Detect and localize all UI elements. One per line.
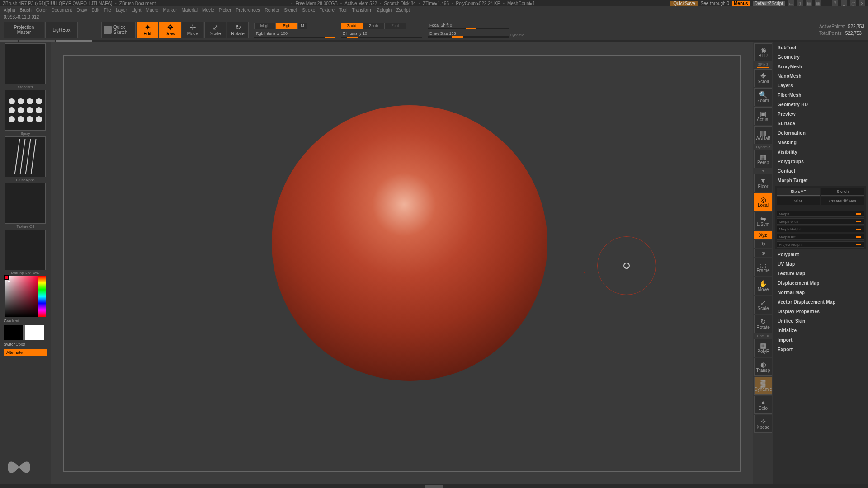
menu-color[interactable]: Color bbox=[36, 8, 47, 13]
lightbox-button[interactable]: LightBox bbox=[45, 22, 78, 38]
minimize-icon[interactable]: _ bbox=[841, 0, 847, 6]
menu-brush[interactable]: Brush bbox=[20, 8, 32, 13]
draw-size-slider[interactable]: Draw Size 136 bbox=[428, 30, 509, 36]
scale-mode-button[interactable]: ⤢Scale bbox=[204, 22, 226, 38]
zsub-button[interactable]: Zsub bbox=[363, 23, 384, 29]
section-uvmap[interactable]: UV Map bbox=[775, 260, 866, 268]
section-nanomesh[interactable]: NanoMesh bbox=[775, 72, 866, 80]
menu-alpha[interactable]: Alpha bbox=[4, 8, 15, 13]
see-through-slider[interactable]: See-through 0 bbox=[701, 1, 729, 6]
menus-toggle[interactable]: Menus bbox=[732, 1, 750, 6]
menu-zplugin[interactable]: Zplugin bbox=[377, 8, 392, 13]
dynamic-label[interactable]: Dynamic bbox=[510, 33, 524, 37]
section-initialize[interactable]: Initialize bbox=[775, 326, 866, 335]
section-visibility[interactable]: Visibility bbox=[775, 148, 866, 156]
alpha-swatch[interactable] bbox=[5, 136, 46, 177]
rot-mode-button[interactable]: ↻ bbox=[754, 240, 772, 248]
section-layers[interactable]: Layers bbox=[775, 81, 866, 90]
section-import[interactable]: Import bbox=[775, 336, 866, 344]
scroll-button[interactable]: ✥Scroll bbox=[754, 69, 772, 87]
focal-shift-slider[interactable]: Focal Shift 0 bbox=[428, 22, 509, 28]
frame-button[interactable]: ⬚Frame bbox=[754, 258, 772, 276]
section-subtool[interactable]: SubTool bbox=[775, 43, 866, 52]
layout2-icon[interactable]: ▯ bbox=[797, 0, 803, 6]
rgb-intensity-slider[interactable]: Rgb Intensity 100 bbox=[254, 31, 335, 37]
del-mt-button[interactable]: DelMT bbox=[777, 197, 820, 205]
menu-layer[interactable]: Layer bbox=[116, 8, 127, 13]
store-mt-button[interactable]: StoreMT bbox=[777, 188, 820, 196]
section-polypaint[interactable]: Polypaint bbox=[775, 250, 866, 259]
m-button[interactable]: M bbox=[297, 23, 307, 29]
edit-mode-button[interactable]: ✦Edit bbox=[137, 22, 158, 38]
menu-render[interactable]: Render bbox=[265, 8, 280, 13]
move-nav-button[interactable]: ✋Move bbox=[754, 277, 772, 295]
section-contact[interactable]: Contact bbox=[775, 167, 866, 175]
morph-dist-slider[interactable]: MorphDist bbox=[777, 234, 864, 240]
brush-swatch[interactable] bbox=[5, 43, 46, 84]
rotate-mode-button[interactable]: ↻Rotate bbox=[227, 22, 249, 38]
transp-button[interactable]: ◐Transp bbox=[754, 358, 772, 376]
local-button[interactable]: ◎Local bbox=[754, 193, 772, 211]
morph-width-slider[interactable]: Morph Width bbox=[777, 218, 864, 225]
draw-mode-button[interactable]: ✥Draw bbox=[159, 22, 181, 38]
default-zscript[interactable]: DefaultZScript bbox=[753, 1, 785, 6]
floor-button[interactable]: ▼Floor bbox=[754, 174, 772, 192]
menu-transform[interactable]: Transform bbox=[352, 8, 372, 13]
project-morph-slider[interactable]: Project Morph bbox=[777, 241, 864, 248]
section-surface[interactable]: Surface bbox=[775, 119, 866, 128]
xpose-button[interactable]: ✧Xpose bbox=[754, 415, 772, 433]
section-masking[interactable]: Masking bbox=[775, 138, 866, 147]
dynamic-label[interactable]: Dynamic bbox=[756, 145, 770, 149]
menu-material[interactable]: Material bbox=[182, 8, 198, 13]
help-icon[interactable]: ? bbox=[832, 0, 838, 6]
material-swatch[interactable] bbox=[5, 230, 46, 270]
section-vdm[interactable]: Vector Displacement Map bbox=[775, 298, 866, 306]
layout4-icon[interactable]: ▦ bbox=[815, 0, 821, 6]
section-unified-skin[interactable]: Unified Skin bbox=[775, 317, 866, 325]
creatediff-button[interactable]: CreateDiff Mes bbox=[821, 197, 864, 205]
section-geometry[interactable]: Geometry bbox=[775, 53, 866, 61]
section-deformation[interactable]: Deformation bbox=[775, 129, 866, 137]
z-intensity-slider[interactable]: Z Intensity 10 bbox=[341, 31, 422, 37]
scale-nav-button[interactable]: ⤢Scale bbox=[754, 296, 772, 314]
menu-texture[interactable]: Texture bbox=[320, 8, 335, 13]
footer-grip[interactable] bbox=[0, 484, 868, 488]
maximize-icon[interactable]: ▢ bbox=[850, 0, 856, 6]
layout3-icon[interactable]: ▤ bbox=[806, 0, 812, 6]
rotate-nav-button[interactable]: ↻Rotate bbox=[754, 315, 772, 333]
menu-zscript[interactable]: Zscript bbox=[396, 8, 410, 13]
section-preview[interactable]: Preview bbox=[775, 110, 866, 118]
texture-swatch[interactable] bbox=[5, 183, 46, 224]
menu-picker[interactable]: Picker bbox=[219, 8, 231, 13]
rgb-button[interactable]: Rgb bbox=[276, 23, 297, 29]
switch-color-button[interactable]: SwitchColor bbox=[1, 341, 50, 347]
viewport[interactable] bbox=[63, 55, 741, 472]
menu-tool[interactable]: Tool bbox=[339, 8, 347, 13]
zoom-button[interactable]: 🔍Zoom bbox=[754, 88, 772, 106]
quicksave-button[interactable]: QuickSave bbox=[670, 1, 698, 6]
switch-mt-button[interactable]: Switch bbox=[821, 188, 864, 196]
menu-file[interactable]: File bbox=[104, 8, 111, 13]
zcut-button[interactable]: Zcut bbox=[384, 23, 406, 29]
section-display-props[interactable]: Display Properties bbox=[775, 307, 866, 316]
morph-height-slider[interactable]: Morph Height bbox=[777, 226, 864, 232]
move-mode-button[interactable]: ✢Move bbox=[182, 22, 203, 38]
section-geometryhd[interactable]: Geometry HD bbox=[775, 100, 866, 109]
section-fibermesh[interactable]: FiberMesh bbox=[775, 91, 866, 99]
linefill-label[interactable]: Line Fill bbox=[757, 334, 769, 338]
menu-marker[interactable]: Marker bbox=[163, 8, 177, 13]
layout-icon[interactable]: ▭ bbox=[788, 0, 794, 6]
section-texturemap[interactable]: Texture Map bbox=[775, 269, 866, 278]
xyz-button[interactable]: Xyz bbox=[754, 231, 772, 239]
ghost-button[interactable]: ▓Dynamic bbox=[754, 377, 772, 395]
alternate-button[interactable]: Alternate bbox=[4, 349, 47, 356]
main-color-swatch[interactable] bbox=[4, 325, 24, 340]
section-normalmap[interactable]: Normal Map bbox=[775, 288, 866, 297]
secondary-color-swatch[interactable] bbox=[24, 325, 44, 340]
lsym-button[interactable]: ⇋L.Sym bbox=[754, 212, 772, 230]
zadd-button[interactable]: Zadd bbox=[341, 23, 363, 29]
gradient-toggle[interactable]: Gradient bbox=[1, 318, 50, 324]
color-picker[interactable] bbox=[5, 276, 46, 317]
menu-edit[interactable]: Edit bbox=[92, 8, 99, 13]
persp-button[interactable]: ▦Persp bbox=[754, 150, 772, 168]
